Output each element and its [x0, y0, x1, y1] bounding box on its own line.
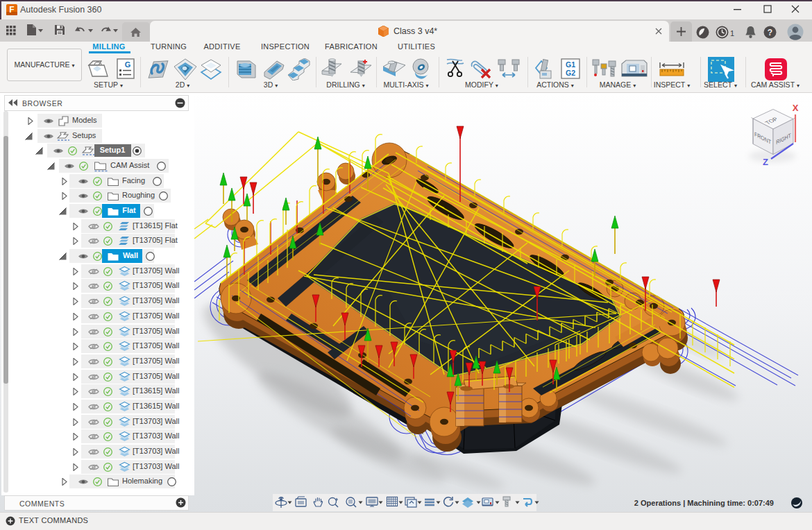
svg-text:F: F: [9, 5, 14, 15]
svg-text:G1: G1: [566, 60, 575, 69]
svg-text:G2: G2: [566, 69, 575, 77]
svg-text:?: ?: [768, 28, 772, 37]
svg-text:X: X: [793, 103, 799, 113]
svg-text:G: G: [125, 60, 131, 69]
svg-text:Z: Z: [763, 157, 768, 167]
